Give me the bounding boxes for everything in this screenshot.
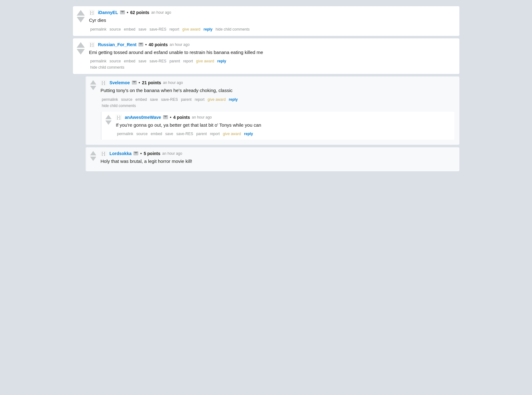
downvote-button[interactable] — [105, 120, 112, 125]
upvote-button[interactable] — [105, 115, 112, 119]
vote-arrows[interactable] — [105, 115, 112, 125]
save-res-link[interactable]: save-RES — [148, 27, 168, 32]
username[interactable]: iDannyEL — [98, 10, 118, 15]
save-link[interactable]: save — [149, 97, 159, 102]
action-bar: permalink source embed save save-RES par… — [116, 131, 451, 137]
vote-arrows[interactable] — [90, 80, 96, 90]
report-link[interactable]: report — [182, 58, 194, 64]
comment-item-nested-2: [-] anAwes0meWave • 4 points an hour ago… — [101, 112, 454, 140]
upvote-button[interactable] — [77, 10, 85, 16]
timestamp: an hour ago — [170, 42, 189, 47]
reply-link[interactable]: reply — [216, 58, 228, 64]
permalink-link[interactable]: permalink — [101, 97, 119, 102]
source-link[interactable]: source — [108, 58, 122, 64]
give-award-link[interactable]: give award — [181, 27, 202, 32]
vote-arrows[interactable] — [77, 42, 85, 55]
reply-link[interactable]: reply — [202, 27, 214, 32]
reply-link[interactable]: reply — [228, 97, 239, 102]
bullet: • — [145, 42, 147, 47]
parent-link[interactable]: parent — [180, 97, 193, 102]
upvote-button[interactable] — [90, 151, 96, 155]
give-award-link[interactable]: give award — [206, 97, 227, 102]
source-link[interactable]: source — [135, 131, 149, 137]
action-bar: permalink source embed save save-RES par… — [101, 97, 454, 102]
report-link[interactable]: report — [194, 97, 206, 102]
action-bar-2: hide child comments — [89, 65, 454, 70]
collapse-button[interactable]: [-] — [116, 115, 122, 120]
comment-body: Putting tony's on the banana when he's a… — [101, 87, 454, 94]
give-award-link[interactable]: give award — [222, 131, 242, 137]
give-award-link[interactable]: give award — [195, 58, 215, 64]
comment-body: Cyr dies — [89, 17, 454, 24]
source-link[interactable]: source — [108, 27, 122, 32]
username[interactable]: Russian_For_Rent — [98, 42, 137, 47]
hide-child-link[interactable]: hide child comments — [89, 65, 126, 70]
report-link[interactable]: report — [209, 131, 221, 137]
downvote-button[interactable] — [90, 86, 96, 90]
bullet: • — [140, 151, 142, 156]
comment-item-nested: [-] Lordsokka • 5 points an hour ago Hol… — [85, 147, 459, 171]
username[interactable]: Svelemoe — [109, 80, 130, 85]
inbox-icon — [133, 152, 138, 155]
upvote-button[interactable] — [77, 42, 85, 48]
save-res-link[interactable]: save-RES — [175, 131, 194, 137]
permalink-link[interactable]: permalink — [89, 58, 108, 64]
points: 40 points — [149, 42, 168, 47]
timestamp: an hour ago — [163, 80, 183, 85]
downvote-button[interactable] — [90, 157, 96, 161]
source-link[interactable]: source — [120, 97, 134, 102]
save-res-link[interactable]: save-RES — [160, 97, 179, 102]
parent-link[interactable]: parent — [168, 58, 181, 64]
action-bar: permalink source embed save save-RES rep… — [89, 27, 454, 32]
downvote-button[interactable] — [77, 17, 85, 22]
collapse-button[interactable]: [-] — [101, 80, 107, 85]
points: 62 points — [130, 10, 149, 15]
save-res-link[interactable]: save-RES — [148, 58, 168, 64]
comment-content: [-] Lordsokka • 5 points an hour ago Hol… — [101, 151, 454, 168]
inbox-icon — [163, 115, 168, 119]
reply-link[interactable]: reply — [243, 131, 254, 137]
comment-header: [-] Svelemoe • 21 points an hour ago — [101, 80, 454, 85]
comment-content: [-] Svelemoe • 21 points an hour ago Put… — [101, 80, 454, 141]
collapse-button[interactable]: [-] — [101, 151, 107, 156]
upvote-button[interactable] — [90, 80, 96, 85]
comment-main: [-] iDannyEL • 62 points an hour ago Cyr… — [77, 10, 454, 32]
comment-item-nested: [-] Svelemoe • 21 points an hour ago Put… — [85, 76, 459, 145]
permalink-link[interactable]: permalink — [116, 131, 135, 137]
comment-content: [-] Russian_For_Rent • 40 points an hour… — [89, 42, 454, 71]
inbox-icon — [120, 11, 125, 14]
vote-arrows[interactable] — [90, 151, 96, 161]
vote-arrows[interactable] — [77, 10, 85, 22]
comment-content: [-] iDannyEL • 62 points an hour ago Cyr… — [89, 10, 454, 32]
comment-main: [-] Russian_For_Rent • 40 points an hour… — [77, 42, 454, 71]
bullet: • — [139, 80, 140, 85]
collapse-button[interactable]: [-] — [89, 10, 95, 15]
hide-child-link[interactable]: hide child comments — [101, 103, 137, 109]
permalink-link[interactable]: permalink — [89, 27, 108, 32]
inbox-icon — [132, 81, 137, 85]
save-link[interactable]: save — [164, 131, 174, 137]
embed-link[interactable]: embed — [123, 27, 137, 32]
timestamp: an hour ago — [151, 10, 171, 15]
hide-child-link[interactable]: hide child comments — [214, 27, 251, 32]
collapse-button[interactable]: [-] — [89, 42, 95, 47]
points: 21 points — [142, 80, 161, 85]
report-link[interactable]: report — [168, 27, 180, 32]
comment-main: [-] anAwes0meWave • 4 points an hour ago… — [105, 115, 451, 137]
downvote-button[interactable] — [77, 49, 85, 55]
parent-link[interactable]: parent — [195, 131, 208, 137]
timestamp: an hour ago — [192, 115, 212, 119]
comments-container: [-] iDannyEL • 62 points an hour ago Cyr… — [73, 6, 459, 171]
username[interactable]: anAwes0meWave — [125, 115, 161, 120]
timestamp: an hour ago — [162, 151, 182, 156]
embed-link[interactable]: embed — [150, 131, 164, 137]
save-link[interactable]: save — [137, 27, 147, 32]
comment-main: [-] Svelemoe • 21 points an hour ago Put… — [90, 80, 454, 141]
points: 4 points — [173, 115, 190, 120]
save-link[interactable]: save — [137, 58, 147, 64]
embed-link[interactable]: embed — [134, 97, 148, 102]
comment-body: If you're gonna go out, ya better get th… — [116, 122, 451, 129]
embed-link[interactable]: embed — [123, 58, 137, 64]
inbox-icon — [138, 43, 143, 46]
username[interactable]: Lordsokka — [109, 151, 132, 156]
